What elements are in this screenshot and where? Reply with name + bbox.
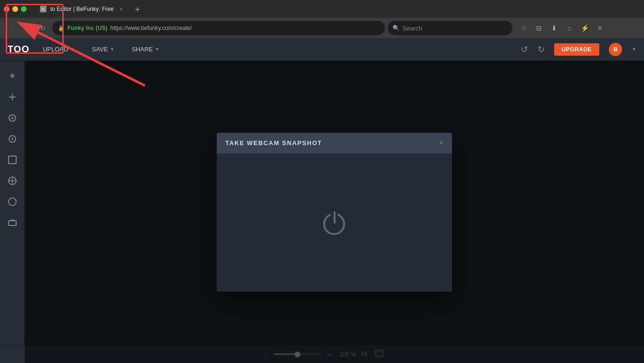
modal-title: TAKE WEBCAM SNAPSHOT [225, 139, 322, 147]
search-bar[interactable]: 🔍 Search [388, 21, 512, 35]
lock-icon: 🔒 [58, 25, 65, 31]
save-label: SAVE [92, 46, 108, 53]
traffic-lights [4, 6, 27, 12]
search-icon: 🔍 [393, 25, 400, 31]
download-icon[interactable]: ⬇ [548, 21, 561, 35]
stickers-tool[interactable] [3, 213, 22, 232]
back-button[interactable]: ‹ [4, 21, 17, 35]
address-bar[interactable]: 🔒 Funky Inc (US) https://www.befunky.com… [52, 21, 385, 35]
account-dropdown-icon[interactable]: ▼ [632, 47, 636, 52]
redo-button[interactable]: ↻ [538, 44, 545, 55]
tabs-bar: B to Editor | BeFunky: Free × + [34, 2, 640, 16]
search-placeholder-text: Search [403, 25, 422, 32]
touchup-tool[interactable] [3, 88, 22, 107]
forward-button[interactable]: › [20, 21, 33, 35]
modal-overlay[interactable]: TAKE WEBCAM SNAPSHOT × [25, 61, 644, 363]
undo-button[interactable]: ↺ [521, 44, 528, 55]
upload-arrow-icon: ▼ [70, 47, 75, 52]
save-menu-button[interactable]: SAVE ▼ [88, 44, 118, 55]
url-text: https://www.befunky.com/create/ [110, 25, 192, 31]
overlays-tool[interactable] [3, 171, 22, 190]
close-traffic-light[interactable] [4, 6, 10, 12]
modal-header: TAKE WEBCAM SNAPSHOT × [217, 133, 452, 154]
logo-text: TOO [8, 44, 29, 54]
graphics-tool[interactable] [3, 108, 22, 128]
text-tool[interactable] [3, 129, 22, 148]
app-container: TOO UPLOAD ▼ SAVE ▼ SHARE ▼ ↺ ↻ UPGRADE … [0, 38, 644, 363]
effects-tool[interactable] [3, 67, 22, 86]
save-arrow-icon: ▼ [110, 47, 115, 52]
svg-point-3 [11, 117, 14, 119]
menu-icon[interactable]: ≡ [593, 21, 606, 35]
app-logo: TOO [8, 44, 29, 55]
browser-toolbar-icons: ☆ ⊟ ⬇ ⌂ ⚡ ≡ [517, 21, 606, 35]
power-icon [320, 208, 349, 237]
left-sidebar [0, 61, 25, 363]
svg-rect-6 [9, 156, 16, 164]
svg-rect-9 [9, 221, 16, 226]
svg-point-8 [9, 198, 16, 206]
svg-rect-1 [12, 94, 13, 100]
app-body: TAKE WEBCAM SNAPSHOT × [0, 61, 644, 363]
share-label: SHARE [132, 46, 153, 53]
share-arrow-icon: ▼ [155, 47, 160, 52]
account-avatar[interactable]: B [609, 43, 622, 56]
home-icon[interactable]: ⌂ [563, 21, 576, 35]
browser-toolbar: ‹ › ↻ 🔒 Funky Inc (US) https://www.befun… [0, 18, 644, 38]
browser-titlebar: B to Editor | BeFunky: Free × + [0, 0, 644, 18]
upload-menu-button[interactable]: UPLOAD ▼ [39, 44, 78, 55]
pocket-icon[interactable]: ⚡ [578, 21, 591, 35]
share-menu-button[interactable]: SHARE ▼ [128, 44, 163, 55]
refresh-button[interactable]: ↻ [36, 21, 49, 35]
textures-tool[interactable] [3, 192, 22, 211]
webcam-preview [217, 154, 452, 292]
url-company: Funky Inc (US) [67, 25, 107, 31]
svg-point-5 [11, 138, 13, 140]
tab-favicon: B [40, 6, 47, 12]
modal-close-button[interactable]: × [439, 139, 443, 147]
tab-close-button[interactable]: × [117, 5, 125, 13]
minimize-traffic-light[interactable] [12, 6, 18, 12]
upload-label: UPLOAD [43, 46, 68, 53]
canvas-area: TAKE WEBCAM SNAPSHOT × [25, 61, 644, 363]
bookmark-star-icon[interactable]: ☆ [517, 21, 530, 35]
reader-mode-icon[interactable]: ⊟ [532, 21, 546, 35]
new-tab-button[interactable]: + [131, 3, 144, 16]
modal-body [217, 154, 452, 292]
maximize-traffic-light[interactable] [21, 6, 27, 12]
svg-rect-10 [10, 219, 15, 221]
webcam-snapshot-modal: TAKE WEBCAM SNAPSHOT × [217, 133, 452, 292]
app-header: TOO UPLOAD ▼ SAVE ▼ SHARE ▼ ↺ ↻ UPGRADE … [0, 38, 644, 61]
frames-tool[interactable] [3, 150, 22, 169]
active-tab[interactable]: B to Editor | BeFunky: Free × [34, 2, 131, 16]
upgrade-button[interactable]: UPGRADE [554, 43, 600, 56]
tab-title: to Editor | BeFunky: Free [50, 6, 114, 12]
